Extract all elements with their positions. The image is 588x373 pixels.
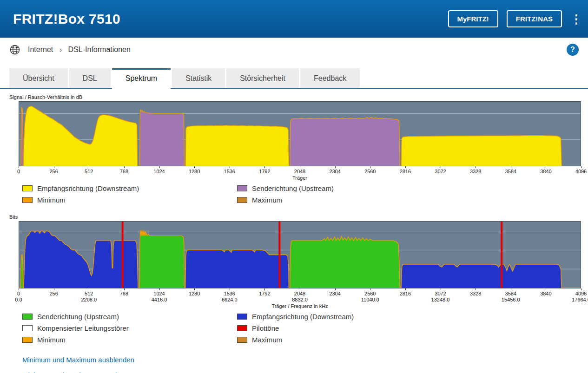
- x-tick-label: 4096: [575, 291, 587, 296]
- x-tick: [230, 166, 230, 168]
- x-tick: [89, 288, 89, 290]
- x-tick: [546, 166, 546, 168]
- bits-segment-downstream-ds2: [185, 250, 289, 288]
- x-tick-label: 1024: [153, 169, 165, 174]
- fritznas-button[interactable]: FRITZ!NAS: [507, 10, 562, 27]
- maximum-swatch: [237, 337, 247, 343]
- snr-segment-upstream-us1: [140, 110, 185, 166]
- chevron-right-icon: ›: [59, 46, 62, 53]
- x-tick-label: 3072: [435, 169, 446, 174]
- tab-dsl[interactable]: DSL: [69, 68, 111, 88]
- legend-label: Maximum: [252, 336, 282, 344]
- x-tick-label: 256: [49, 291, 58, 296]
- x-tick: [405, 288, 406, 290]
- tab-spektrum[interactable]: Spektrum: [112, 68, 171, 89]
- bits-segment-downstream-ds3: [401, 264, 562, 288]
- x-tick-label: 1024: [153, 291, 165, 296]
- x-tick: [194, 288, 195, 290]
- freq-tick-label: 15456.0: [502, 297, 520, 302]
- tab-ubersicht[interactable]: Übersicht: [9, 68, 68, 88]
- x-tick-label: 2304: [329, 291, 340, 296]
- bits-chart-title: Bits: [9, 214, 588, 220]
- tab-storsicherheit[interactable]: Störsicherheit: [226, 68, 299, 88]
- x-tick: [441, 166, 441, 168]
- link-minimum-und-maximum-zurucksetzen[interactable]: Minimum und Maximum zurücksetzen: [22, 371, 588, 373]
- legend-item-pilottoene: Pilottöne: [237, 324, 354, 332]
- x-tick: [124, 288, 125, 290]
- bits-x-axis-title: Träger / Frequenz in kHz: [19, 303, 581, 309]
- app-header: FRITZ!Box 7510 MyFRITZ! FRITZ!NAS ⋮: [0, 0, 588, 38]
- x-tick: [159, 288, 160, 290]
- link-minimum-und-maximum-ausblenden[interactable]: Minimum und Maximum ausblenden: [22, 356, 588, 364]
- maximum-swatch: [237, 197, 247, 203]
- x-tick-label: 768: [120, 169, 128, 174]
- x-tick-label: 1792: [259, 291, 270, 296]
- minimum-swatch: [22, 337, 33, 343]
- breadcrumb-item-internet[interactable]: Internet: [28, 46, 53, 54]
- snr-plot-svg: [19, 102, 581, 166]
- x-tick: [19, 166, 19, 168]
- help-button[interactable]: ?: [567, 44, 579, 56]
- legend-item-downstream: Empfangsrichtung (Downstream): [237, 313, 354, 321]
- bits-segment-downstream-ds1: [24, 231, 138, 288]
- minimum-swatch: [22, 197, 33, 203]
- legend-item-maximum: Maximum: [237, 336, 354, 344]
- x-tick: [511, 166, 511, 168]
- tab-bar: ÜbersichtDSLSpektrumStatistikStörsicherh…: [0, 68, 588, 89]
- overflow-menu-icon[interactable]: ⋮: [570, 13, 581, 25]
- legend-label: Empfangsrichtung (Downstream): [252, 313, 354, 321]
- freq-tick-label: 13248.0: [431, 297, 450, 302]
- legend-item-maximum: Maximum: [237, 196, 334, 204]
- bits-x-labels2: 0.02208.04416.06624.08832.011040.013248.…: [19, 297, 581, 303]
- x-tick-label: 0: [17, 169, 20, 174]
- x-tick: [124, 166, 125, 168]
- x-tick: [581, 166, 581, 168]
- freq-tick-label: 8832.0: [292, 297, 308, 302]
- x-tick-label: 3584: [505, 169, 516, 174]
- x-tick-label: 3840: [540, 169, 551, 174]
- legend-item-kompensierter-leitungsstoerer: Kompensierter Leitungsstörer: [22, 324, 237, 332]
- x-tick-label: 0: [17, 291, 20, 296]
- x-tick: [159, 166, 160, 168]
- app-title: FRITZ!Box 7510: [13, 11, 120, 27]
- x-tick-label: 3584: [505, 291, 516, 296]
- legend-label: Senderichtung (Upstream): [252, 184, 334, 192]
- x-tick-label: 1536: [224, 291, 235, 296]
- legend-item-upstream: Senderichtung (Upstream): [22, 313, 237, 321]
- snr-segment-upstream-us2: [290, 117, 400, 166]
- legend-label: Kompensierter Leitungsstörer: [37, 324, 129, 332]
- legend-column: Empfangsrichtung (Downstream)PilottöneMa…: [237, 313, 354, 347]
- x-tick-label: 1792: [259, 169, 270, 174]
- legend-item-minimum: Minimum: [22, 196, 237, 204]
- bits-plot-svg: [19, 222, 581, 288]
- downstream-swatch: [22, 185, 33, 191]
- x-tick-label: 2048: [294, 291, 305, 296]
- tab-feedback[interactable]: Feedback: [300, 68, 360, 88]
- pilottoene-swatch: [237, 325, 247, 331]
- x-tick-label: 3072: [435, 291, 446, 296]
- x-tick: [476, 166, 476, 168]
- action-links: Minimum und Maximum ausblendenMinimum un…: [22, 356, 588, 373]
- x-tick: [335, 166, 336, 168]
- legend-label: Minimum: [37, 196, 66, 204]
- legend-column: Senderichtung (Upstream)Kompensierter Le…: [22, 313, 237, 347]
- x-tick-label: 2816: [400, 169, 411, 174]
- content: Signal / Rausch-Verhältnis in dB 02040 0…: [0, 89, 588, 373]
- freq-tick-label: 0.0: [15, 297, 22, 302]
- x-tick: [264, 288, 265, 290]
- x-tick: [89, 166, 89, 168]
- breadcrumb-item-dsl-informationen: DSL-Informationen: [68, 46, 131, 54]
- legend-item-minimum: Minimum: [22, 336, 237, 344]
- myfritz-button[interactable]: MyFRITZ!: [448, 10, 498, 27]
- tab-statistik[interactable]: Statistik: [172, 68, 225, 88]
- x-tick: [264, 166, 265, 168]
- bits-chart-section: Bits 04812 02565127681024128015361792204…: [0, 214, 588, 309]
- x-tick-label: 2304: [329, 169, 340, 174]
- x-tick-label: 4096: [575, 169, 587, 174]
- x-tick-label: 768: [120, 291, 128, 296]
- x-tick-label: 1280: [189, 169, 200, 174]
- legend-item-downstream: Empfangsrichtung (Downstream): [22, 184, 237, 192]
- snr-x-labels: 0256512768102412801536179220482304256028…: [19, 169, 581, 175]
- x-tick: [581, 288, 581, 290]
- x-tick: [511, 288, 511, 290]
